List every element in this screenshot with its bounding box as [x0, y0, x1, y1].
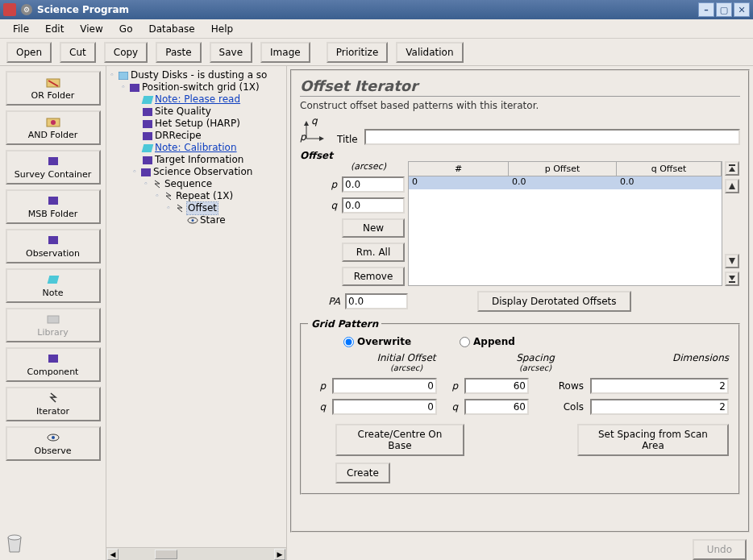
note-icon [45, 273, 61, 286]
svg-point-10 [192, 219, 194, 222]
grid-q-spacing-input[interactable] [464, 399, 529, 415]
table-row[interactable]: 0 0.0 0.0 [409, 176, 722, 189]
svg-marker-16 [319, 136, 324, 141]
svg-marker-20 [729, 258, 735, 264]
tree-repeat[interactable]: ◦Repeat (1X) [108, 190, 285, 202]
tree-offset[interactable]: ◦Offset [108, 202, 285, 214]
minimize-button[interactable]: – [698, 2, 714, 17]
tree-target-info[interactable]: Target Information [108, 154, 285, 166]
cols-label: Cols [551, 401, 584, 413]
tree-note-calib[interactable]: Note: Calibration [108, 142, 285, 154]
note-button[interactable]: Note [6, 268, 101, 303]
survey-container-button[interactable]: Survey Container [6, 150, 101, 185]
note-icon [142, 95, 153, 105]
tree-het-setup[interactable]: Het Setup (HARP) [108, 118, 285, 130]
or-folder-button[interactable]: OR Folder [6, 71, 101, 106]
program-tree[interactable]: ◦Dusty Disks - is dusting a so ◦Position… [106, 66, 286, 547]
iterator-icon [45, 392, 61, 404]
folder-icon [45, 76, 61, 89]
menu-edit[interactable]: Edit [37, 22, 72, 36]
grid-p-offset-input[interactable] [332, 378, 437, 394]
grid-p-spacing-input[interactable] [464, 378, 529, 394]
save-button[interactable]: Save [210, 42, 252, 63]
svg-marker-21 [729, 276, 735, 280]
tree-grid[interactable]: ◦Position-switch grid (1X) [108, 81, 285, 93]
remove-button[interactable]: Remove [342, 267, 405, 286]
iterator-button[interactable]: Iterator [6, 387, 101, 421]
scroll-right-icon[interactable]: ▶ [274, 549, 285, 560]
menu-help[interactable]: Help [203, 22, 241, 36]
tree-sci-obs[interactable]: ◦Science Observation [108, 166, 285, 178]
close-button[interactable]: ✕ [734, 2, 750, 17]
tree-root[interactable]: ◦Dusty Disks - is dusting a so [108, 69, 285, 81]
tree-site-quality[interactable]: Site Quality [108, 106, 285, 118]
create-centre-button[interactable]: Create/Centre On Base [335, 424, 464, 456]
component-icon [45, 352, 61, 365]
pa-input[interactable] [345, 293, 408, 309]
prioritize-button[interactable]: Prioritize [327, 42, 389, 63]
and-folder-button[interactable]: AND Folder [6, 110, 101, 145]
tree-stare[interactable]: Stare [108, 214, 285, 226]
grid-cols-input[interactable] [590, 399, 729, 415]
container-icon [45, 155, 61, 168]
svg-point-6 [52, 436, 55, 439]
copy-button[interactable]: Copy [104, 42, 148, 63]
tree-drrecipe[interactable]: DRRecipe [108, 130, 285, 142]
menu-go[interactable]: Go [111, 22, 141, 36]
p-input[interactable] [342, 176, 405, 193]
col-p: p Offset [509, 162, 617, 176]
open-button[interactable]: Open [6, 42, 52, 63]
move-down-button[interactable] [725, 254, 739, 268]
pa-label: PA [300, 296, 340, 307]
q-label: q [322, 200, 337, 211]
tree-scrollbar[interactable]: ◀ ▶ [106, 547, 286, 560]
set-spacing-button[interactable]: Set Spacing from Scan Area [577, 424, 729, 456]
library-icon [45, 313, 61, 326]
undo-button[interactable]: Undo [693, 539, 747, 560]
scroll-thumb[interactable] [155, 550, 177, 559]
grid-q-offset-input[interactable] [332, 399, 437, 415]
program-icon [118, 71, 129, 81]
maximize-button[interactable]: ▢ [716, 2, 732, 17]
grid-legend: Grid Pattern [308, 318, 381, 330]
observe-button[interactable]: Observe [6, 426, 101, 461]
title-input[interactable] [364, 129, 740, 145]
cut-button[interactable]: Cut [60, 42, 96, 63]
tree-note-read[interactable]: Note: Please read [108, 93, 285, 106]
svg-rect-22 [729, 281, 735, 283]
menu-file[interactable]: File [5, 22, 37, 36]
spacing-label: Spacing [516, 352, 555, 363]
move-up-button[interactable] [725, 179, 739, 193]
derotated-button[interactable]: Display Derotated Offsets [477, 291, 631, 312]
component-icon [142, 131, 153, 141]
overwrite-radio[interactable]: Overwrite [343, 336, 411, 347]
menu-database[interactable]: Database [140, 22, 202, 36]
move-top-button[interactable] [725, 161, 739, 176]
observation-button[interactable]: Observation [6, 229, 101, 263]
trash-icon[interactable] [3, 531, 27, 555]
q-input[interactable] [342, 197, 405, 214]
grid-rows-input[interactable] [590, 378, 729, 394]
move-bottom-button[interactable] [725, 272, 739, 286]
app-icon [3, 3, 16, 16]
title-label: Title [337, 134, 358, 145]
msb-folder-button[interactable]: MSB Folder [6, 189, 101, 224]
create-button[interactable]: Create [335, 463, 390, 483]
append-radio[interactable]: Append [460, 336, 515, 347]
menu-view[interactable]: View [72, 22, 110, 36]
image-button[interactable]: Image [260, 42, 310, 63]
offset-table[interactable]: # p Offset q Offset 0 0.0 0.0 [408, 161, 722, 286]
library-button: Library [6, 308, 101, 342]
svg-point-3 [51, 120, 56, 125]
tree-sequence[interactable]: ◦Sequence [108, 178, 285, 190]
validation-button[interactable]: Validation [396, 42, 463, 63]
scroll-left-icon[interactable]: ◀ [107, 549, 119, 560]
new-button[interactable]: New [342, 218, 405, 238]
paste-button[interactable]: Paste [156, 42, 201, 63]
remove-all-button[interactable]: Rm. All [342, 243, 405, 262]
iterator-icon [152, 180, 163, 189]
component-button[interactable]: Component [6, 347, 101, 382]
toolbar: Open Cut Copy Paste Save Image Prioritiz… [0, 39, 753, 66]
grid-pattern-group: Grid Pattern Overwrite Append Initial Of… [300, 318, 740, 495]
svg-rect-17 [729, 164, 735, 166]
